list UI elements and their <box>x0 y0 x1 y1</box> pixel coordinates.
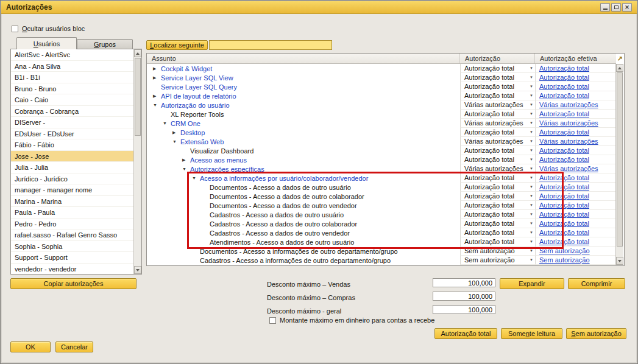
authorization-dropdown[interactable]: Autorização total▼ <box>460 155 535 164</box>
user-list-item[interactable]: vendedor - vendedor <box>11 264 133 275</box>
tree-expand-icon[interactable]: ▶ <box>172 130 180 135</box>
tree-collapse-icon[interactable]: ▼ <box>192 176 200 180</box>
authorization-dropdown[interactable]: Autorização total▼ <box>460 219 535 228</box>
copy-authorizations-button[interactable]: Copiar autorizações <box>10 278 136 289</box>
effective-authorization-link[interactable]: Autorização total <box>539 229 589 236</box>
collapse-button[interactable]: Comprimir <box>568 278 625 289</box>
table-row[interactable]: ▶DesktopAutorização total▼Autorização to… <box>147 128 616 137</box>
tree-expand-icon[interactable]: ▶ <box>153 66 161 71</box>
user-list-item[interactable]: Ana - Ana Silva <box>11 61 133 72</box>
authorization-dropdown[interactable]: Várias autorizações▼ <box>460 100 535 110</box>
user-list-item[interactable]: Support - Support <box>11 252 133 264</box>
effective-authorization-link[interactable]: Autorização total <box>539 110 589 117</box>
user-list-item[interactable]: Caio - Caio <box>11 94 133 106</box>
effective-authorization-link[interactable]: Várias autorizações <box>539 138 598 145</box>
tree-collapse-icon[interactable]: ▼ <box>153 103 161 107</box>
discount-vendas-input[interactable] <box>433 278 495 287</box>
table-row[interactable]: ▶Acesso aos menusAutorização total▼Autor… <box>147 155 616 164</box>
table-row[interactable]: ▼Extensão WebVárias autorizações▼Várias … <box>147 137 616 146</box>
table-row[interactable]: Documentos - Acesso a dados de outro ven… <box>147 201 616 210</box>
authorization-dropdown[interactable]: Autorização total▼ <box>460 146 535 155</box>
tree-expand-icon[interactable]: ▶ <box>153 75 161 80</box>
user-list-item[interactable]: Fábio - Fábio <box>11 139 133 151</box>
authorization-dropdown[interactable]: Várias autorizações▼ <box>460 119 535 128</box>
table-row[interactable]: ▼CRM OneVárias autorizações▼Várias autor… <box>147 119 616 128</box>
user-list-item[interactable]: B1i - B1i <box>11 72 133 83</box>
effective-authorization-link[interactable]: Autorização total <box>539 156 589 163</box>
user-list-item[interactable]: AlertSvc - AlertSvc <box>11 49 133 61</box>
minimize-button[interactable] <box>600 3 610 12</box>
checkbox-box[interactable] <box>269 317 276 324</box>
effective-authorization-link[interactable]: Sem autorização <box>539 256 590 264</box>
authorization-dropdown[interactable]: Autorização total▼ <box>460 192 535 201</box>
find-next-button[interactable]: Localizar seguinte <box>146 40 208 50</box>
user-list-item[interactable]: DIServer - <box>11 117 133 128</box>
effective-authorization-link[interactable]: Várias autorizações <box>539 101 598 108</box>
user-list-item[interactable]: rafael.sasso - Rafael Genro Sasso <box>11 229 133 241</box>
effective-authorization-link[interactable]: Autorização total <box>539 92 589 99</box>
max-cash-checkbox[interactable]: Montante máximo em dinheiro para contas … <box>269 316 434 324</box>
authorization-dropdown[interactable]: Autorização total▼ <box>460 73 535 82</box>
effective-authorization-link[interactable]: Sem autorização <box>539 247 590 254</box>
table-row[interactable]: XL Reporter ToolsAutorização total▼Autor… <box>147 110 616 119</box>
effective-authorization-link[interactable]: Autorização total <box>539 74 589 81</box>
authorization-dropdown[interactable]: Autorização total▼ <box>460 82 535 91</box>
tree-collapse-icon[interactable]: ▼ <box>182 167 190 171</box>
tab-usuarios[interactable]: Usuários <box>16 37 77 49</box>
authorization-dropdown[interactable]: Autorização total▼ <box>460 228 535 237</box>
maximize-button[interactable] <box>611 3 621 12</box>
effective-authorization-link[interactable]: Várias autorizações <box>539 119 598 127</box>
authorization-dropdown[interactable]: Sem autorização▼ <box>460 247 535 256</box>
effective-authorization-link[interactable]: Autorização total <box>539 183 589 191</box>
table-row[interactable]: ▼Autorizações específicasVárias autoriza… <box>147 164 616 173</box>
authorization-dropdown[interactable]: Autorização total▼ <box>460 64 535 73</box>
effective-authorization-link[interactable]: Autorização total <box>539 192 589 200</box>
effective-authorization-link[interactable]: Autorização total <box>539 211 589 218</box>
find-input[interactable] <box>209 40 332 50</box>
effective-authorization-link[interactable]: Autorização total <box>539 238 589 245</box>
no-authorization-button[interactable]: Sem autorização <box>566 328 626 339</box>
tab-grupos[interactable]: Grupos <box>77 39 133 49</box>
table-row[interactable]: Visualizar DashboardAutorização total▼Au… <box>147 146 616 155</box>
discount-geral-input[interactable] <box>433 305 495 314</box>
table-row[interactable]: ▼Acesso a informações por usuário/colabo… <box>147 173 616 183</box>
scroll-down-icon[interactable] <box>134 266 141 274</box>
table-row[interactable]: Documentos - Acesso a informações de out… <box>147 247 616 256</box>
user-list-item[interactable]: Pedro - Pedro <box>11 219 133 230</box>
effective-authorization-link[interactable]: Autorização total <box>539 174 589 181</box>
tree-collapse-icon[interactable]: ▼ <box>172 139 180 144</box>
authorization-dropdown[interactable]: Autorização total▼ <box>460 237 535 247</box>
effective-authorization-link[interactable]: Autorização total <box>539 65 589 72</box>
user-list-item[interactable]: EDsUser - EDsUser <box>11 128 133 140</box>
user-list-item[interactable]: Julia - Julia <box>11 162 133 173</box>
full-authorization-button[interactable]: Autorização total <box>434 328 497 339</box>
user-list-item[interactable]: Paula - Paula <box>11 207 133 219</box>
effective-authorization-link[interactable]: Autorização total <box>539 201 589 209</box>
user-list-item[interactable]: Cobrança - Cobrança <box>11 106 133 117</box>
ok-button[interactable]: OK <box>10 341 51 352</box>
user-list-item[interactable]: Jurídico - Jurídico <box>11 173 133 185</box>
table-row[interactable]: Documentos - Acesso a dados de outro usu… <box>147 183 616 192</box>
table-row[interactable]: ▶API de layout de relatórioAutorização t… <box>147 91 616 100</box>
discount-compras-input[interactable] <box>433 292 495 301</box>
read-only-button[interactable]: Somente leitura <box>501 328 562 339</box>
user-list-item[interactable]: Jose - Jose <box>11 151 133 163</box>
hide-blocked-users-checkbox[interactable]: Ocultar usuários bloc <box>12 24 85 33</box>
table-row[interactable]: Service Layer SQL QueryAutorização total… <box>147 82 616 91</box>
authorization-dropdown[interactable]: Autorização total▼ <box>460 201 535 210</box>
authorization-dropdown[interactable]: Autorização total▼ <box>460 110 535 119</box>
authorization-dropdown[interactable]: Autorização total▼ <box>460 91 535 100</box>
authorization-dropdown[interactable]: Sem autorização▼ <box>460 256 535 265</box>
tree-collapse-icon[interactable]: ▼ <box>163 121 171 125</box>
table-row[interactable]: ▶Service Layer SQL ViewAutorização total… <box>147 73 616 82</box>
effective-authorization-link[interactable]: Autorização total <box>539 147 589 154</box>
scroll-down-icon[interactable] <box>616 257 623 265</box>
user-list-item[interactable]: Bruno - Bruno <box>11 83 133 95</box>
authorization-dropdown[interactable]: Autorização total▼ <box>460 128 535 137</box>
scroll-up-icon[interactable] <box>616 64 623 72</box>
table-row[interactable]: Documentos - Acesso a dados de outro col… <box>147 192 616 201</box>
table-row[interactable]: Cadastros - Acesso a dados de outro usuá… <box>147 210 616 219</box>
tree-expand-icon[interactable]: ▶ <box>153 94 161 98</box>
scrollbar-thumb[interactable] <box>135 58 141 136</box>
user-list-item[interactable]: Sophia - Sophia <box>11 241 133 253</box>
